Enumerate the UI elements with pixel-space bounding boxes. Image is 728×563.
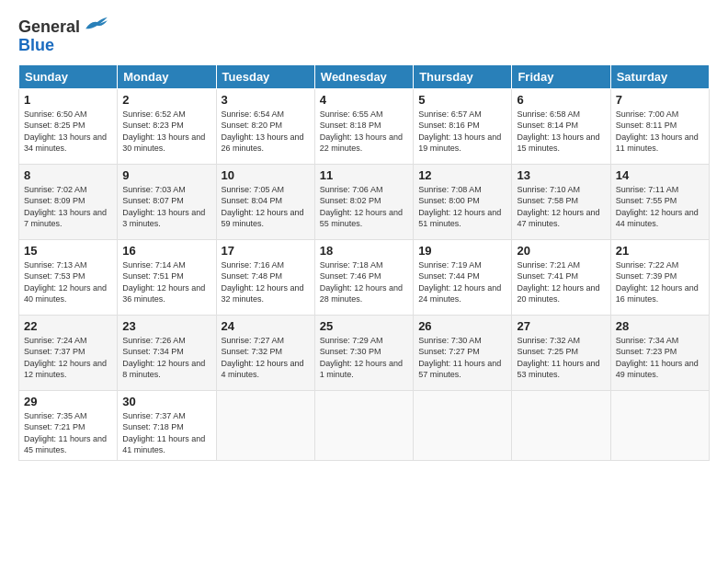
daylight-label: Daylight: 12 hours and 24 minutes. [418, 283, 501, 304]
day-number: 23 [122, 319, 210, 333]
calendar-cell: 6 Sunrise: 6:58 AM Sunset: 8:14 PM Dayli… [512, 88, 610, 164]
title-area [109, 15, 710, 17]
calendar-cell: 29 Sunrise: 7:35 AM Sunset: 7:21 PM Dayl… [19, 390, 118, 460]
calendar-cell: 4 Sunrise: 6:55 AM Sunset: 8:18 PM Dayli… [314, 88, 413, 164]
calendar-cell: 5 Sunrise: 6:57 AM Sunset: 8:16 PM Dayli… [414, 88, 512, 164]
calendar-cell: 7 Sunrise: 7:00 AM Sunset: 8:11 PM Dayli… [610, 88, 709, 164]
sunrise-label: Sunrise: 6:54 AM [222, 109, 285, 119]
day-number: 27 [517, 319, 605, 333]
day-number: 24 [222, 319, 310, 333]
daylight-label: Daylight: 12 hours and 59 minutes. [222, 208, 304, 229]
calendar-cell [610, 390, 709, 460]
calendar-cell: 18 Sunrise: 7:18 AM Sunset: 7:46 PM Dayl… [314, 239, 413, 315]
sunrise-label: Sunrise: 6:55 AM [320, 109, 383, 119]
daylight-label: Daylight: 12 hours and 40 minutes. [24, 283, 107, 304]
daylight-label: Daylight: 12 hours and 4 minutes. [222, 359, 304, 380]
daylight-label: Daylight: 12 hours and 44 minutes. [616, 208, 699, 229]
calendar-cell: 15 Sunrise: 7:13 AM Sunset: 7:53 PM Dayl… [19, 239, 118, 315]
sunset-label: Sunset: 8:14 PM [517, 121, 578, 130]
calendar-cell: 27 Sunrise: 7:32 AM Sunset: 7:25 PM Dayl… [512, 315, 610, 390]
sunset-label: Sunset: 7:46 PM [320, 271, 381, 281]
calendar-cell [414, 390, 512, 460]
sunset-label: Sunset: 7:23 PM [616, 347, 677, 356]
sunset-label: Sunset: 7:37 PM [24, 347, 85, 356]
day-info: Sunrise: 7:19 AM Sunset: 7:44 PM Dayligh… [418, 259, 506, 305]
day-info: Sunrise: 7:27 AM Sunset: 7:32 PM Dayligh… [222, 335, 310, 381]
sunrise-label: Sunrise: 7:22 AM [616, 260, 679, 270]
sunrise-label: Sunrise: 7:19 AM [418, 260, 482, 270]
day-info: Sunrise: 7:05 AM Sunset: 8:04 PM Dayligh… [222, 184, 310, 230]
day-info: Sunrise: 6:58 AM Sunset: 8:14 PM Dayligh… [517, 109, 605, 155]
sunset-label: Sunset: 7:21 PM [24, 422, 85, 431]
sunset-label: Sunset: 8:02 PM [320, 196, 381, 205]
sunrise-label: Sunrise: 7:24 AM [24, 336, 87, 345]
day-number: 12 [418, 168, 506, 182]
daylight-label: Daylight: 13 hours and 26 minutes. [222, 132, 304, 154]
sunrise-label: Sunrise: 7:34 AM [616, 336, 679, 345]
calendar-cell: 10 Sunrise: 7:05 AM Sunset: 8:04 PM Dayl… [216, 164, 314, 239]
day-number: 4 [320, 93, 408, 107]
calendar-cell: 23 Sunrise: 7:26 AM Sunset: 7:34 PM Dayl… [118, 315, 216, 390]
daylight-label: Daylight: 12 hours and 28 minutes. [320, 283, 403, 304]
sunset-label: Sunset: 8:07 PM [122, 196, 184, 205]
day-info: Sunrise: 7:10 AM Sunset: 7:58 PM Dayligh… [517, 184, 605, 230]
sunrise-label: Sunrise: 7:32 AM [517, 336, 580, 345]
sunset-label: Sunset: 7:27 PM [418, 347, 480, 356]
day-info: Sunrise: 7:26 AM Sunset: 7:34 PM Dayligh… [122, 335, 210, 381]
day-number: 26 [418, 319, 506, 333]
daylight-label: Daylight: 13 hours and 30 minutes. [122, 132, 205, 154]
day-number: 10 [222, 168, 310, 182]
day-info: Sunrise: 7:32 AM Sunset: 7:25 PM Dayligh… [517, 335, 605, 381]
day-info: Sunrise: 7:24 AM Sunset: 7:37 PM Dayligh… [24, 335, 112, 381]
day-info: Sunrise: 7:03 AM Sunset: 8:07 PM Dayligh… [122, 184, 210, 230]
daylight-label: Daylight: 13 hours and 15 minutes. [517, 132, 599, 154]
sunset-label: Sunset: 8:23 PM [122, 121, 184, 130]
daylight-label: Daylight: 12 hours and 32 minutes. [222, 283, 304, 304]
sunset-label: Sunset: 7:55 PM [616, 196, 677, 205]
sunset-label: Sunset: 7:53 PM [24, 271, 85, 281]
day-number: 2 [122, 93, 210, 107]
calendar-cell: 17 Sunrise: 7:16 AM Sunset: 7:48 PM Dayl… [216, 239, 314, 315]
day-info: Sunrise: 7:16 AM Sunset: 7:48 PM Dayligh… [222, 259, 310, 305]
day-info: Sunrise: 6:55 AM Sunset: 8:18 PM Dayligh… [320, 109, 408, 155]
sunrise-label: Sunrise: 7:11 AM [616, 185, 679, 194]
calendar-cell [216, 390, 314, 460]
day-number: 19 [418, 244, 506, 258]
sunrise-label: Sunrise: 7:13 AM [24, 260, 87, 270]
day-number: 17 [222, 244, 310, 258]
daylight-label: Daylight: 11 hours and 53 minutes. [517, 359, 599, 380]
daylight-label: Daylight: 12 hours and 1 minute. [320, 359, 403, 380]
calendar-cell: 30 Sunrise: 7:37 AM Sunset: 7:18 PM Dayl… [118, 390, 216, 460]
day-info: Sunrise: 7:11 AM Sunset: 7:55 PM Dayligh… [616, 184, 704, 230]
daylight-label: Daylight: 12 hours and 8 minutes. [122, 359, 205, 380]
day-number: 25 [320, 319, 408, 333]
calendar-cell: 20 Sunrise: 7:21 AM Sunset: 7:41 PM Dayl… [512, 239, 610, 315]
calendar-cell: 11 Sunrise: 7:06 AM Sunset: 8:02 PM Dayl… [314, 164, 413, 239]
day-info: Sunrise: 7:18 AM Sunset: 7:46 PM Dayligh… [320, 259, 408, 305]
logo-general-text: General [18, 17, 80, 36]
sunset-label: Sunset: 7:32 PM [222, 347, 283, 356]
calendar-cell: 26 Sunrise: 7:30 AM Sunset: 7:27 PM Dayl… [414, 315, 512, 390]
sunrise-label: Sunrise: 7:35 AM [24, 411, 87, 420]
daylight-label: Daylight: 12 hours and 12 minutes. [24, 359, 107, 380]
sunrise-label: Sunrise: 7:06 AM [320, 185, 383, 194]
calendar-cell: 21 Sunrise: 7:22 AM Sunset: 7:39 PM Dayl… [610, 239, 709, 315]
calendar-cell: 13 Sunrise: 7:10 AM Sunset: 7:58 PM Dayl… [512, 164, 610, 239]
day-info: Sunrise: 7:21 AM Sunset: 7:41 PM Dayligh… [517, 259, 605, 305]
day-info: Sunrise: 7:02 AM Sunset: 8:09 PM Dayligh… [24, 184, 112, 230]
calendar-cell: 28 Sunrise: 7:34 AM Sunset: 7:23 PM Dayl… [610, 315, 709, 390]
sunset-label: Sunset: 8:04 PM [222, 196, 283, 205]
day-number: 9 [122, 168, 210, 182]
logo-bird-icon [84, 14, 109, 32]
calendar-cell: 2 Sunrise: 6:52 AM Sunset: 8:23 PM Dayli… [118, 88, 216, 164]
weekday-header-saturday: Saturday [610, 64, 709, 88]
daylight-label: Daylight: 13 hours and 7 minutes. [24, 208, 107, 229]
weekday-header-monday: Monday [118, 64, 216, 88]
day-number: 20 [517, 244, 605, 258]
calendar-cell: 12 Sunrise: 7:08 AM Sunset: 8:00 PM Dayl… [414, 164, 512, 239]
calendar-cell [512, 390, 610, 460]
calendar-cell: 16 Sunrise: 7:14 AM Sunset: 7:51 PM Dayl… [118, 239, 216, 315]
day-info: Sunrise: 7:29 AM Sunset: 7:30 PM Dayligh… [320, 335, 408, 381]
weekday-header-wednesday: Wednesday [314, 64, 413, 88]
day-info: Sunrise: 7:37 AM Sunset: 7:18 PM Dayligh… [122, 410, 210, 456]
